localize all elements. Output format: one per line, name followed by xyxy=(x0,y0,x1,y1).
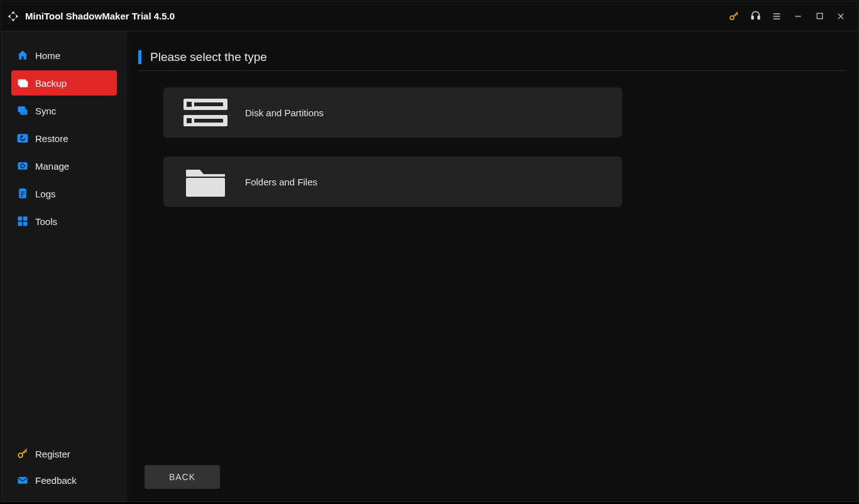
option-label: Folders and Files xyxy=(245,177,317,187)
titlebar: MiniTool ShadowMaker Trial 4.5.0 xyxy=(1,1,858,31)
sidebar-item-backup[interactable]: Backup xyxy=(11,70,117,96)
maximize-icon[interactable] xyxy=(809,6,830,27)
back-button[interactable]: BACK xyxy=(145,465,220,489)
menu-icon[interactable] xyxy=(766,6,787,27)
backup-icon xyxy=(16,77,29,89)
sidebar-item-label: Manage xyxy=(35,161,69,172)
header-marker xyxy=(138,50,141,64)
svg-rect-27 xyxy=(18,477,28,484)
svg-rect-11 xyxy=(19,81,28,87)
svg-point-26 xyxy=(18,453,23,457)
option-list: Disk and Partitions Folders and Files xyxy=(138,87,846,207)
sidebar-item-label: Restore xyxy=(35,133,68,144)
logs-icon xyxy=(16,187,29,200)
option-disk-and-partitions[interactable]: Disk and Partitions xyxy=(163,87,622,138)
svg-rect-13 xyxy=(20,109,28,115)
sidebar-item-tools[interactable]: Tools xyxy=(11,209,117,234)
app-window: MiniTool ShadowMaker Trial 4.5.0 xyxy=(1,1,858,502)
sidebar-item-feedback[interactable]: Feedback xyxy=(11,468,117,493)
option-folders-and-files[interactable]: Folders and Files xyxy=(163,156,622,207)
sidebar-item-label: Sync xyxy=(35,106,56,116)
svg-rect-7 xyxy=(817,13,823,19)
close-icon[interactable] xyxy=(830,6,851,27)
svg-rect-30 xyxy=(194,102,223,106)
option-label: Disk and Partitions xyxy=(245,107,324,118)
svg-rect-32 xyxy=(187,118,192,123)
app-title: MiniTool ShadowMaker Trial 4.5.0 xyxy=(25,11,175,21)
svg-rect-17 xyxy=(19,189,26,199)
home-icon xyxy=(16,49,29,62)
register-key-icon[interactable] xyxy=(723,6,745,27)
sidebar-item-label: Home xyxy=(35,50,60,61)
sidebar: Home Backup Sync Restore xyxy=(1,31,127,501)
svg-rect-33 xyxy=(194,119,223,123)
sidebar-item-label: Tools xyxy=(35,216,57,227)
sidebar-item-label: Logs xyxy=(35,189,56,199)
sidebar-item-register[interactable]: Register xyxy=(11,441,117,466)
sync-icon xyxy=(16,104,29,117)
sidebar-item-restore[interactable]: Restore xyxy=(11,126,117,151)
support-icon[interactable] xyxy=(745,6,766,27)
svg-rect-24 xyxy=(18,222,23,226)
svg-rect-1 xyxy=(752,16,753,19)
minimize-icon[interactable] xyxy=(787,6,809,27)
app-logo-icon xyxy=(6,9,20,23)
page-header: Please select the type xyxy=(138,50,846,71)
svg-rect-29 xyxy=(187,102,192,107)
svg-rect-2 xyxy=(758,16,760,19)
sidebar-item-logs[interactable]: Logs xyxy=(11,181,117,206)
manage-icon xyxy=(16,160,29,172)
tools-icon xyxy=(16,215,29,227)
svg-rect-34 xyxy=(186,178,225,197)
sidebar-item-label: Register xyxy=(35,449,70,459)
svg-rect-23 xyxy=(23,217,28,221)
sidebar-item-label: Backup xyxy=(35,78,67,89)
footer: BACK xyxy=(138,465,846,494)
page-title: Please select the type xyxy=(150,50,267,64)
svg-rect-25 xyxy=(23,222,28,226)
sidebar-item-label: Feedback xyxy=(35,475,77,486)
sidebar-item-manage[interactable]: Manage xyxy=(11,153,117,178)
svg-point-0 xyxy=(730,16,734,19)
svg-rect-18 xyxy=(21,189,25,190)
sidebar-item-home[interactable]: Home xyxy=(11,43,117,68)
mail-icon xyxy=(16,474,29,486)
restore-icon xyxy=(16,132,29,145)
key-icon xyxy=(16,447,29,460)
folder-icon xyxy=(182,164,229,199)
main-panel: Please select the type Disk xyxy=(127,31,858,501)
disk-icon xyxy=(182,95,229,130)
svg-rect-22 xyxy=(18,217,23,221)
sidebar-item-sync[interactable]: Sync xyxy=(11,98,117,123)
